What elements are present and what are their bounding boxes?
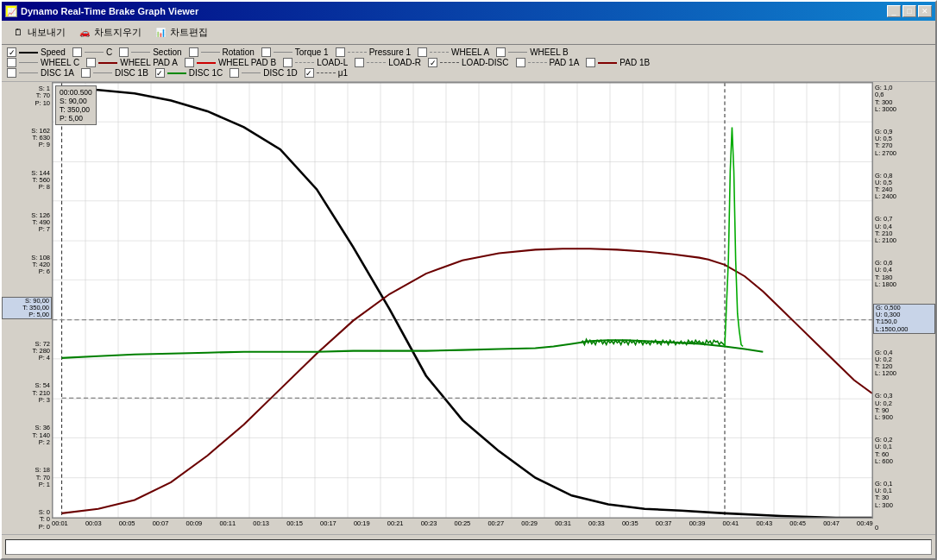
legend-loadl[interactable]: LOAD-L: [283, 58, 348, 67]
y-tick-18: S: 18T: 70P: 1: [2, 467, 52, 488]
x-label: 00:03: [85, 519, 102, 527]
legend-line-pressure1: [348, 52, 367, 53]
menu-bar: 🗒 내보내기 🚗 차트지우기 📊 차트편집: [2, 21, 935, 45]
legend-wheelb[interactable]: WHEEL B: [496, 47, 569, 57]
info-time: 00:00.500: [60, 88, 92, 97]
x-label: 00:15: [286, 519, 303, 527]
legend-checkbox-wheelpad-a[interactable]: [86, 58, 96, 67]
y-right-08: G: 0,8U: 0,5T: 240L: 2400: [873, 173, 935, 201]
y-right-07: G: 0,7U: 0,4T: 210L: 2100: [873, 216, 935, 244]
legend-rotation[interactable]: Rotation: [189, 47, 255, 57]
legend-mu1[interactable]: μ1: [305, 68, 348, 78]
y-tick-36: S: 36T: 140P: 2: [2, 425, 52, 446]
y-tick-144: S: 144T: 560P: 8: [2, 170, 52, 192]
main-window: 📈 Dynamo Real-Time Brake Graph Viewer _ …: [0, 0, 937, 560]
x-label: 00:01: [52, 519, 68, 527]
maximize-button[interactable]: □: [902, 5, 916, 17]
legend-checkbox-disc1b[interactable]: [81, 68, 91, 78]
legend-label-pad1a: PAD 1A: [550, 58, 580, 67]
legend-label-disc1b: DISC 1B: [115, 68, 148, 78]
window-controls: _ □ ✕: [887, 5, 932, 17]
x-label: 00:43: [756, 519, 772, 527]
legend-line-mu1: [317, 72, 336, 73]
legend-pressure1[interactable]: Pressure 1: [336, 47, 411, 57]
legend-wheelpad-b[interactable]: WHEEL PAD B: [185, 58, 276, 67]
x-label: 00:11: [219, 519, 236, 527]
legend-checkbox-pad1a[interactable]: [516, 58, 525, 67]
legend-label-speed: Speed: [41, 47, 66, 57]
close-button[interactable]: ✕: [918, 5, 932, 17]
menu-item-export[interactable]: 🗒 내보내기: [5, 23, 72, 42]
legend-line-wheela: [430, 52, 449, 53]
legend-speed[interactable]: Speed: [7, 47, 66, 57]
legend-area: Speed C Section Rotation Torque 1: [2, 45, 935, 82]
legend-line-disc1c: [167, 72, 186, 74]
x-label: 00:13: [253, 519, 269, 527]
x-label: 00:45: [789, 519, 806, 527]
legend-checkbox-wheelb[interactable]: [496, 47, 506, 57]
legend-label-wheelpad-b: WHEEL PAD B: [218, 58, 276, 67]
legend-checkbox-c[interactable]: [72, 47, 82, 57]
x-label: 00:27: [487, 519, 504, 527]
legend-checkbox-speed[interactable]: [7, 47, 16, 57]
y-right-02: G: 0,2U: 0,1T: 60L: 600: [873, 437, 935, 465]
legend-loadr[interactable]: LOAD-R: [355, 58, 421, 67]
legend-label-section: Section: [153, 47, 181, 57]
legend-checkbox-disc1a[interactable]: [7, 68, 16, 78]
menu-item-edit[interactable]: 📊 차트편집: [148, 23, 214, 42]
legend-pad1b[interactable]: PAD 1B: [586, 58, 650, 67]
menu-item-car[interactable]: 🚗 차트지우기: [72, 23, 148, 42]
legend-pad1a[interactable]: PAD 1A: [516, 58, 580, 67]
legend-checkbox-loadl[interactable]: [283, 58, 292, 67]
x-axis: 00:01 00:03 00:05 00:07 00:09 00:11 00:1…: [52, 519, 873, 534]
legend-line-speed: [19, 52, 38, 53]
legend-section[interactable]: Section: [119, 47, 181, 57]
legend-torque1[interactable]: Torque 1: [261, 47, 329, 57]
legend-checkbox-wheelpad-b[interactable]: [185, 58, 194, 67]
legend-checkbox-disc1c[interactable]: [155, 68, 165, 78]
legend-line-loaddisc: [440, 62, 459, 63]
legend-label-wheelc: WHEEL C: [41, 58, 79, 67]
legend-wheelc[interactable]: WHEEL C: [7, 58, 79, 67]
x-label: 00:35: [622, 519, 638, 527]
y-tick-top: S: 1T: 70P: 10: [2, 85, 52, 107]
legend-checkbox-pressure1[interactable]: [336, 47, 345, 57]
info-s: S: 90,00: [60, 97, 92, 105]
legend-checkbox-rotation[interactable]: [189, 47, 198, 57]
legend-label-disc1d: DISC 1D: [263, 68, 297, 78]
y-tick-162: S: 162T: 630P: 9: [2, 128, 52, 149]
x-label: 00:47: [823, 519, 840, 527]
legend-line-wheelpad-b: [197, 62, 216, 64]
legend-disc1c[interactable]: DISC 1C: [155, 68, 223, 78]
legend-c[interactable]: C: [72, 47, 112, 57]
legend-wheelpad-a[interactable]: WHEEL PAD A: [86, 58, 178, 67]
legend-disc1a[interactable]: DISC 1A: [7, 68, 74, 78]
legend-disc1d[interactable]: DISC 1D: [230, 68, 297, 78]
legend-row-2: WHEEL C WHEEL PAD A WHEEL PAD B LOAD-L L: [7, 58, 930, 67]
window-title: Dynamo Real-Time Brake Graph Viewer: [21, 6, 198, 16]
x-axis-labels: 00:01 00:03 00:05 00:07 00:09 00:11 00:1…: [52, 519, 873, 527]
legend-line-c: [85, 52, 104, 53]
legend-label-wheela: WHEEL A: [451, 47, 489, 57]
legend-loaddisc[interactable]: LOAD-DISC: [428, 58, 508, 67]
x-label: 00:31: [555, 519, 571, 527]
info-p: P: 5,00: [60, 114, 92, 123]
info-box: 00:00.500 S: 90,00 T: 350,00 P: 5,00: [55, 85, 97, 125]
legend-checkbox-loadr[interactable]: [355, 58, 364, 67]
menu-label-export: 내보내기: [28, 26, 66, 39]
chart-area[interactable]: 00:00.500 S: 90,00 T: 350,00 P: 5,00: [52, 82, 873, 519]
legend-checkbox-wheelc[interactable]: [7, 58, 16, 67]
legend-checkbox-section[interactable]: [119, 47, 129, 57]
legend-label-mu1: μ1: [338, 68, 348, 78]
minimize-button[interactable]: _: [887, 5, 901, 17]
legend-checkbox-disc1d[interactable]: [230, 68, 239, 78]
legend-disc1b[interactable]: DISC 1B: [81, 68, 148, 78]
legend-checkbox-mu1[interactable]: [305, 68, 314, 78]
legend-wheela[interactable]: WHEEL A: [418, 47, 489, 57]
legend-checkbox-torque1[interactable]: [261, 47, 271, 57]
chart-section: S: 1T: 70P: 10 S: 162T: 630P: 9 S: 144T:…: [2, 82, 935, 534]
legend-checkbox-loaddisc[interactable]: [428, 58, 437, 67]
legend-checkbox-wheela[interactable]: [418, 47, 427, 57]
y-axis-right: G: 1,00,6T: 300L: 3000 G: 0,9U: 0,5T: 27…: [873, 82, 935, 534]
legend-checkbox-pad1b[interactable]: [586, 58, 595, 67]
